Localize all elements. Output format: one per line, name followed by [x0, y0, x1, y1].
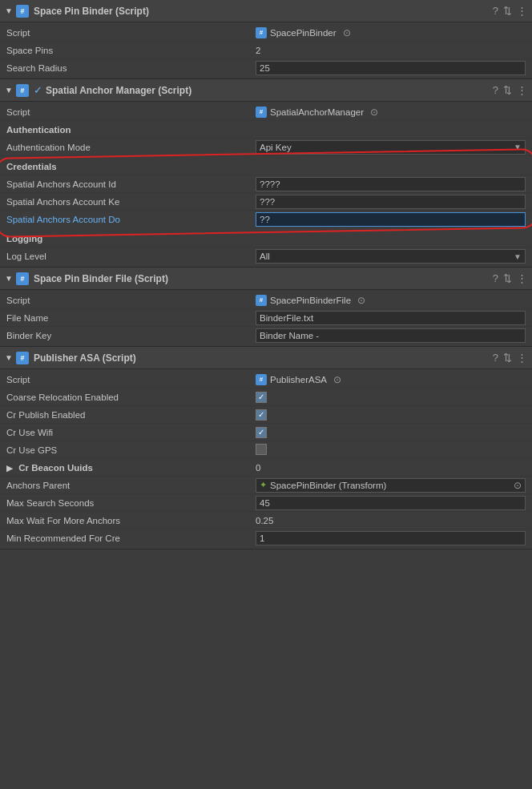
account-key-input[interactable] — [256, 195, 526, 209]
file-name-value — [256, 311, 526, 325]
transform-icon: ✦ — [260, 480, 267, 490]
hash-icon: # — [16, 272, 29, 285]
script-hash-icon: # — [256, 295, 267, 306]
max-search-input[interactable] — [256, 496, 526, 510]
max-wait-row: Max Wait For More Anchors 0.25 — [0, 512, 532, 529]
collapse-arrow[interactable]: ▼ — [5, 6, 13, 15]
space-pins-label: Space Pins — [6, 46, 256, 55]
space-pin-binder-panel: ▼ # Space Pin Binder (Script) ? ⇅ ⋮ Scri… — [0, 0, 532, 79]
help-icon[interactable]: ? — [493, 352, 498, 364]
file-name-label: File Name — [6, 313, 256, 323]
min-recommended-value — [256, 531, 526, 545]
cr-gps-value — [256, 444, 526, 457]
help-icon[interactable]: ? — [493, 5, 498, 17]
script-label: Script — [6, 296, 256, 305]
panel-title: Space Pin Binder (Script) — [34, 6, 493, 17]
collapse-arrow[interactable]: ▼ — [5, 86, 13, 95]
script-value: # PublisherASA ⊙ — [256, 374, 526, 385]
account-id-value — [256, 177, 526, 191]
target-icon[interactable]: ⊙ — [357, 295, 365, 306]
target-icon[interactable]: ⊙ — [370, 107, 378, 118]
credentials-section: Credentials Spatial Anchors Account Id S… — [0, 156, 532, 230]
settings-icon[interactable]: ⇅ — [503, 5, 512, 17]
publisher-asa-panel: ▼ # Publisher ASA (Script) ? ⇅ ⋮ Script … — [0, 347, 532, 549]
log-level-label: Log Level — [6, 252, 256, 261]
hash-icon: # — [16, 84, 29, 97]
account-id-input[interactable] — [256, 177, 526, 191]
cr-gps-row: Cr Use GPS — [0, 441, 532, 459]
space-pin-binder-body: Script # SpacePinBinder ⊙ Space Pins 2 S… — [0, 22, 532, 78]
enabled-checkmark[interactable]: ✓ — [34, 84, 42, 96]
binder-key-row: Binder Key — [0, 327, 532, 344]
account-domain-input[interactable] — [256, 212, 526, 227]
spatial-anchor-manager-panel: ▼ # ✓ Spatial Anchor Manager (Script) ? … — [0, 79, 532, 268]
header-icons: ? ⇅ ⋮ — [493, 84, 527, 96]
max-search-row: Max Search Seconds — [0, 494, 532, 512]
search-radius-input[interactable] — [256, 61, 526, 75]
max-search-value — [256, 496, 526, 510]
publisher-asa-body: Script # PublisherASA ⊙ Coarse Relocatio… — [0, 369, 532, 549]
dropdown-arrow-icon: ▼ — [514, 252, 522, 261]
coarse-relocation-row: Coarse Relocation Enabled — [0, 388, 532, 406]
logging-section-row: Logging — [0, 230, 532, 248]
space-pin-binder-header: ▼ # Space Pin Binder (Script) ? ⇅ ⋮ — [0, 0, 532, 22]
binder-key-input[interactable] — [256, 328, 526, 343]
cr-publish-label: Cr Publish Enabled — [6, 410, 256, 420]
account-key-value — [256, 195, 526, 209]
log-level-dropdown[interactable]: All ▼ — [256, 249, 526, 264]
min-recommended-label: Min Recommended For Cre — [6, 533, 256, 543]
more-icon[interactable]: ⋮ — [517, 5, 527, 17]
script-value: # SpacePinBinder ⊙ — [256, 27, 526, 38]
collapse-arrow[interactable]: ▼ — [5, 274, 13, 283]
panel-title: Space Pin Binder File (Script) — [34, 273, 493, 284]
cr-gps-label: Cr Use GPS — [6, 445, 256, 455]
coarse-relocation-checkbox[interactable] — [256, 392, 267, 403]
more-icon[interactable]: ⋮ — [517, 272, 527, 284]
cr-wifi-checkbox[interactable] — [256, 427, 267, 438]
coarse-relocation-label: Coarse Relocation Enabled — [6, 392, 256, 402]
auth-mode-dropdown[interactable]: Api Key ▼ — [256, 140, 526, 155]
account-id-label: Spatial Anchors Account Id — [6, 179, 256, 189]
settings-icon[interactable]: ⇅ — [503, 272, 512, 284]
cr-publish-value — [256, 409, 526, 421]
target-icon[interactable]: ⊙ — [514, 480, 522, 491]
cr-publish-row: Cr Publish Enabled — [0, 406, 532, 424]
more-icon[interactable]: ⋮ — [517, 352, 527, 364]
account-domain-label: Spatial Anchors Account Do — [6, 215, 256, 224]
hash-icon: # — [16, 352, 29, 364]
anchors-parent-ref[interactable]: ✦ SpacePinBinder (Transform) ⊙ — [256, 478, 526, 493]
cr-beacon-arrow[interactable]: ▶ — [6, 464, 13, 473]
more-icon[interactable]: ⋮ — [517, 84, 527, 96]
script-row: Script # PublisherASA ⊙ — [0, 371, 532, 388]
space-pins-value: 2 — [256, 46, 526, 55]
cr-publish-checkbox[interactable] — [256, 409, 267, 421]
binder-key-label: Binder Key — [6, 331, 256, 340]
spatial-anchor-manager-body: Script # SpatialAnchorManager ⊙ Authenti… — [0, 102, 532, 267]
account-domain-value — [256, 212, 526, 227]
header-icons: ? ⇅ ⋮ — [493, 352, 527, 364]
help-icon[interactable]: ? — [493, 84, 498, 96]
target-icon[interactable]: ⊙ — [343, 27, 351, 38]
authentication-section-label: Authentication — [6, 125, 71, 135]
space-pins-row: Space Pins 2 — [0, 42, 532, 59]
collapse-arrow[interactable]: ▼ — [5, 353, 13, 362]
help-icon[interactable]: ? — [493, 272, 498, 284]
account-domain-row: Spatial Anchors Account Do — [0, 211, 532, 228]
script-label: Script — [6, 28, 256, 38]
log-level-row: Log Level All ▼ — [0, 248, 532, 265]
script-value: # SpatialAnchorManager ⊙ — [256, 107, 526, 118]
search-radius-row: Search Radius — [0, 59, 532, 77]
logging-section-label: Logging — [6, 234, 42, 244]
script-value: # SpacePinBinderFile ⊙ — [256, 295, 526, 306]
settings-icon[interactable]: ⇅ — [503, 84, 512, 96]
min-recommended-input[interactable] — [256, 531, 526, 545]
max-wait-label: Max Wait For More Anchors — [6, 516, 256, 525]
binder-key-value — [256, 328, 526, 343]
script-row: Script # SpacePinBinderFile ⊙ — [0, 292, 532, 309]
target-icon[interactable]: ⊙ — [333, 374, 341, 385]
cr-beacon-label: ▶ Cr Beacon Uuids — [6, 463, 256, 473]
coarse-relocation-value — [256, 392, 526, 403]
settings-icon[interactable]: ⇅ — [503, 352, 512, 364]
file-name-input[interactable] — [256, 311, 526, 325]
cr-gps-checkbox[interactable] — [256, 444, 267, 455]
